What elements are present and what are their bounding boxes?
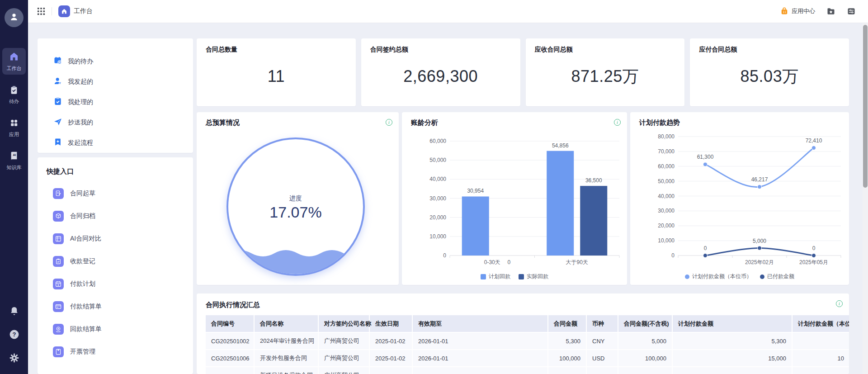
quick-entry-label: AI合同对比 bbox=[70, 235, 101, 243]
info-icon[interactable]: i bbox=[386, 119, 392, 126]
app-center-label: 应用中心 bbox=[792, 7, 815, 15]
legend-marker bbox=[519, 274, 524, 279]
chart-title: 总预算情况 bbox=[206, 118, 240, 127]
help-icon[interactable]: ? bbox=[9, 329, 20, 340]
legend-label: 已付款金额 bbox=[767, 273, 794, 280]
table-cell: CNY bbox=[586, 332, 618, 350]
svg-text:50,000: 50,000 bbox=[658, 178, 675, 185]
quick-entry-label: 回款结算单 bbox=[70, 325, 102, 333]
notifications-bell-icon[interactable] bbox=[9, 305, 19, 316]
legend-label: 计划回款 bbox=[489, 273, 510, 280]
table-cell: 广州商贸公司 bbox=[318, 367, 369, 374]
table-cell bbox=[206, 367, 254, 374]
rail-item-apps[interactable]: 应用 bbox=[2, 115, 26, 141]
invoice-management-icon bbox=[53, 346, 64, 357]
legend-marker bbox=[481, 274, 486, 279]
table-cell bbox=[586, 367, 618, 374]
svg-text:80,000: 80,000 bbox=[658, 133, 675, 140]
legend-item[interactable]: 实际回款 bbox=[519, 273, 548, 280]
quick-entry-item[interactable]: 付款结算单 bbox=[53, 295, 193, 318]
column-header: 生效日期 bbox=[369, 315, 412, 332]
table-cell: CG202501002 bbox=[206, 332, 254, 350]
svg-text:30,000: 30,000 bbox=[658, 208, 675, 214]
contract-summary-table: 合同编号合同名称对方签约公司名称生效日期有效期至合同金额币种合同金额(不含税)计… bbox=[206, 315, 849, 374]
my-todo-icon bbox=[53, 56, 62, 66]
legend-item[interactable]: 已付款金额 bbox=[760, 273, 794, 280]
my-initiated-icon bbox=[53, 76, 62, 87]
svg-text:2025年05月: 2025年05月 bbox=[799, 259, 828, 265]
quick-entry-item[interactable]: 合同起草 bbox=[53, 182, 193, 205]
menu-item-my-todo[interactable]: 我的待办 bbox=[53, 51, 193, 71]
column-header: 合同金额 bbox=[548, 315, 586, 332]
quick-entry-item[interactable]: 合同归档 bbox=[53, 205, 193, 227]
svg-text:30,954: 30,954 bbox=[467, 188, 484, 194]
page-scrollbar-track[interactable] bbox=[863, 23, 868, 374]
settings-gear-icon[interactable] bbox=[9, 352, 19, 363]
quick-entry-item[interactable]: AI合同对比 bbox=[53, 227, 193, 250]
svg-text:0-30天: 0-30天 bbox=[484, 259, 500, 265]
rail-item-workbench[interactable]: 工作台 bbox=[2, 48, 26, 75]
rail-item-label: 待办 bbox=[9, 98, 19, 105]
column-header: 对方签约公司名称 bbox=[318, 315, 369, 332]
table-cell: 2025-01-02 bbox=[369, 332, 412, 350]
svg-text:0: 0 bbox=[443, 252, 446, 259]
left-rail: 工作台 待办 应用 AI 知识库 ? bbox=[0, 0, 28, 374]
svg-text:20,000: 20,000 bbox=[429, 214, 446, 221]
knowledge-base-icon: AI bbox=[9, 151, 19, 163]
gauge-text: 进度 17.07% bbox=[228, 194, 363, 221]
workbench-sidebar: 我的待办 我发起的 我处理的 抄送我的 bbox=[38, 38, 193, 374]
quick-entry-item[interactable]: 收款登记 bbox=[53, 250, 193, 273]
menu-item-my-initiated[interactable]: 我发起的 bbox=[53, 71, 193, 92]
legend-marker bbox=[760, 275, 764, 279]
user-avatar[interactable] bbox=[5, 8, 24, 27]
receipt-register-icon bbox=[53, 256, 64, 267]
menu-item-my-handled[interactable]: 我处理的 bbox=[53, 92, 193, 112]
preferences-sliders-icon[interactable] bbox=[847, 7, 856, 16]
rail-item-todo[interactable]: 待办 bbox=[2, 82, 26, 108]
favorites-folder-icon[interactable] bbox=[826, 7, 835, 16]
my-items-card: 我的待办 我发起的 我处理的 抄送我的 bbox=[38, 38, 193, 153]
home-icon bbox=[9, 51, 19, 64]
menu-item-cc-to-me[interactable]: 抄送我的 bbox=[53, 112, 193, 133]
legend-item[interactable]: 计划付款金额（本位币） bbox=[685, 273, 752, 280]
contract-archive-icon bbox=[53, 211, 64, 222]
rail-item-knowledge-base[interactable]: AI 知识库 bbox=[2, 148, 26, 174]
workbench-home-icon[interactable] bbox=[58, 5, 70, 17]
column-header: 计划付款金额 bbox=[672, 315, 792, 332]
table-cell: 5,000 bbox=[618, 332, 672, 350]
info-icon[interactable]: i bbox=[836, 300, 843, 307]
quick-entry-item[interactable]: 回款结算单 bbox=[53, 318, 193, 341]
table-cell: 2026-01-01 bbox=[412, 350, 548, 367]
column-header: 计划付款金额（本位币） bbox=[792, 315, 849, 332]
info-icon[interactable]: i bbox=[614, 119, 621, 126]
collection-settlement-icon bbox=[53, 324, 64, 335]
column-header: 币种 bbox=[586, 315, 618, 332]
app-center-button[interactable]: 应用中心 bbox=[780, 6, 815, 17]
table-cell: 5,300 bbox=[672, 332, 792, 350]
charts-row: 总预算情况 i 进度 17.07% 账龄分析 i 010,00020,00030… bbox=[197, 112, 849, 285]
table-title: 合同执行情况汇总 bbox=[206, 301, 849, 309]
table-cell: 100,000 bbox=[618, 350, 672, 367]
stat-label: 应收合同总额 bbox=[535, 46, 676, 54]
stat-value: 2,669,300 bbox=[370, 54, 511, 99]
main-content: 我的待办 我发起的 我处理的 抄送我的 bbox=[28, 23, 868, 374]
page-scrollbar-thumb[interactable] bbox=[863, 25, 868, 188]
svg-text:20,000: 20,000 bbox=[658, 223, 675, 229]
legend-item[interactable]: 计划回款 bbox=[481, 273, 510, 280]
svg-text:40,000: 40,000 bbox=[429, 176, 446, 182]
quick-entry-item[interactable]: 付款计划 bbox=[53, 273, 193, 295]
chart-title: 账龄分析 bbox=[411, 118, 438, 127]
payment-settlement-icon bbox=[53, 301, 64, 312]
svg-text:36,500: 36,500 bbox=[585, 177, 602, 184]
menu-item-start-process[interactable]: 发起流程 bbox=[53, 133, 193, 153]
app-grid-icon[interactable] bbox=[37, 7, 45, 15]
contract-draft-icon bbox=[53, 188, 64, 199]
top-bar: 工作台 应用中心 bbox=[28, 0, 868, 23]
line-chart-legend: 计划付款金额（本位币）已付款金额 bbox=[630, 273, 849, 280]
quick-entry-item[interactable]: 开票管理 bbox=[53, 341, 193, 363]
svg-text:大于90天: 大于90天 bbox=[566, 259, 588, 265]
table-cell bbox=[618, 367, 672, 374]
table-cell bbox=[548, 367, 586, 374]
table-cell bbox=[412, 367, 548, 374]
quick-entry-title: 快捷入口 bbox=[47, 167, 193, 176]
